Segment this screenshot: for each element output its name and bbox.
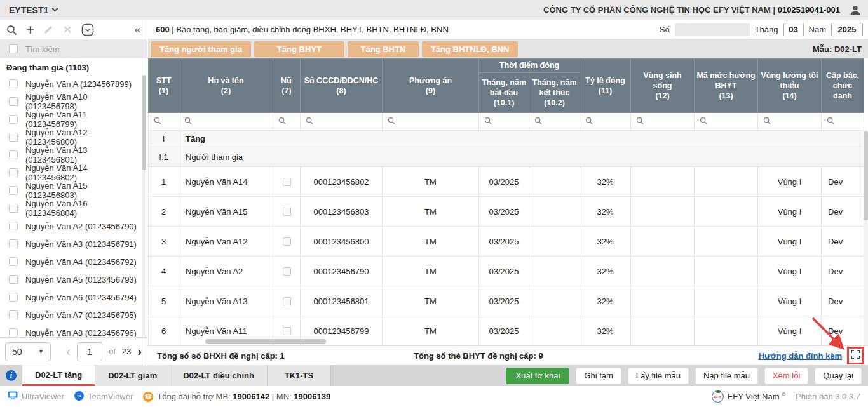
table-row[interactable]: 3 Nguyễn Văn A12 000123456800 TM 03/2025… — [149, 227, 864, 257]
list-item[interactable]: Nguyễn Văn A14 (0123456802) — [0, 164, 147, 182]
save-draft-button[interactable]: Ghi tạm — [576, 368, 621, 384]
add-participant-button[interactable]: Tăng người tham gia — [151, 41, 251, 57]
list-item[interactable]: Nguyễn Văn A2 (0123456790) — [0, 217, 147, 235]
filter-cell[interactable] — [383, 113, 479, 131]
female-checkbox[interactable] — [283, 237, 291, 246]
item-checkbox[interactable] — [9, 293, 18, 302]
item-checkbox[interactable] — [9, 79, 18, 88]
get-template-button[interactable]: Lấy file mẫu — [628, 368, 689, 384]
table-row[interactable]: 2 Nguyễn Văn A15 000123456803 TM 03/2025… — [149, 197, 864, 227]
edit-icon[interactable] — [43, 25, 53, 35]
item-checkbox[interactable] — [9, 310, 18, 319]
page-number-input[interactable] — [77, 342, 102, 361]
list-item[interactable]: Nguyễn Văn A6 (0123456794) — [0, 288, 147, 306]
list-item[interactable]: Nguyễn Văn A15 (0123456803) — [0, 182, 147, 199]
item-checkbox[interactable] — [9, 275, 18, 284]
item-checkbox[interactable] — [9, 150, 18, 159]
col-header-min-wage-region[interactable]: Vùng lương tối thiểu(14) — [758, 59, 822, 113]
filter-cell[interactable] — [695, 113, 758, 131]
female-checkbox[interactable] — [283, 297, 291, 305]
item-checkbox[interactable] — [9, 168, 18, 177]
add-bhyt-button[interactable]: Tăng BHYT — [254, 41, 344, 57]
attachment-guide-link[interactable]: Hướng dẫn đính kèm — [759, 351, 842, 361]
filter-cell[interactable] — [179, 113, 273, 131]
filter-cell[interactable] — [273, 113, 301, 131]
page-size-select[interactable]: 50 ▼ — [5, 342, 51, 361]
month-input[interactable] — [783, 23, 804, 36]
item-checkbox[interactable] — [9, 133, 18, 142]
add-bhtnld-bnn-button[interactable]: Tăng BHTNLĐ, BNN — [422, 41, 519, 57]
year-input[interactable] — [831, 23, 863, 36]
section-row[interactable]: I.1 Người tham gia — [149, 147, 864, 167]
add-icon[interactable]: + — [26, 23, 34, 36]
col-header-rate[interactable]: Tỷ lệ đóng(11) — [580, 59, 631, 113]
tab-d02lt-giam[interactable]: D02-LT giảm — [95, 365, 170, 386]
teamviewer-item[interactable]: TeamViewer — [74, 391, 133, 403]
col-header-rank[interactable]: Cấp bậc, chức danh — [822, 59, 864, 113]
add-bhtn-button[interactable]: Tăng BHTN — [348, 41, 419, 57]
list-item[interactable]: Nguyễn Văn A4 (0123456792) — [0, 253, 147, 270]
list-item[interactable]: Nguyễn Văn A13 (0123456801) — [0, 146, 147, 164]
export-declaration-button[interactable]: Xuất tờ khai — [506, 368, 569, 384]
col-header-name[interactable]: Họ và tên(2) — [179, 59, 273, 113]
col-header-stt[interactable]: STT(1) — [149, 59, 179, 113]
ultraviewer-item[interactable]: UltraViewer — [8, 391, 64, 402]
tab-d02lt-dieu-chinh[interactable]: D02-LT điều chỉnh — [170, 365, 268, 386]
table-row[interactable]: 5 Nguyễn Văn A13 000123456801 TM 03/2025… — [149, 286, 864, 316]
list-item[interactable]: Nguyễn Văn A12 (0123456800) — [0, 128, 147, 146]
list-item[interactable]: Nguyễn Văn A10 (0123456798) — [0, 93, 147, 110]
col-header-female[interactable]: Nữ(7) — [273, 59, 301, 113]
select-all-dropdown-icon[interactable] — [81, 23, 94, 36]
table-row[interactable]: 1 Nguyễn Văn A14 000123456802 TM 03/2025… — [149, 167, 864, 197]
item-checkbox[interactable] — [9, 115, 18, 124]
prev-page-button[interactable]: ‹ — [66, 344, 71, 359]
select-all-checkbox[interactable] — [9, 44, 18, 53]
col-header-start-month[interactable]: Tháng, năm bắt đầu(10.1) — [479, 73, 529, 113]
item-checkbox[interactable] — [9, 222, 18, 230]
back-button[interactable]: Quay lại — [815, 368, 862, 384]
table-vertical-scrollbar[interactable] — [864, 130, 868, 345]
list-item[interactable]: Nguyễn Văn A3 (0123456791) — [0, 235, 147, 253]
item-checkbox[interactable] — [9, 328, 18, 337]
filter-cell[interactable] — [149, 113, 179, 131]
filter-cell[interactable] — [822, 113, 864, 131]
filter-cell[interactable] — [301, 113, 383, 131]
next-page-button[interactable]: › — [137, 344, 142, 359]
list-item[interactable]: Nguyễn Văn A8 (0123456796) — [0, 324, 147, 337]
search-input[interactable]: Tìm kiếm — [25, 44, 59, 54]
list-item[interactable]: Nguyễn Văn A (1234567899) — [0, 75, 147, 93]
female-checkbox[interactable] — [283, 267, 291, 276]
filter-cell[interactable] — [529, 113, 580, 131]
sidebar-scrollbar[interactable] — [142, 75, 146, 337]
female-checkbox[interactable] — [283, 208, 291, 216]
col-header-end-month[interactable]: Tháng, năm kết thúc(10.2) — [529, 73, 580, 113]
item-checkbox[interactable] — [9, 239, 18, 248]
list-item[interactable]: Nguyễn Văn A7 (0123456795) — [0, 306, 147, 324]
col-header-living-region[interactable]: Vùng sinh sống(12) — [631, 59, 695, 113]
filter-cell[interactable] — [580, 113, 631, 131]
table-horizontal-scrollbar[interactable] — [205, 339, 326, 344]
table-row[interactable]: 4 Nguyễn Văn A2 000123456790 TM 03/2025 … — [149, 257, 864, 286]
tab-d02lt-tang[interactable]: D02-LT tăng — [22, 365, 95, 386]
col-header-plan[interactable]: Phương án(9) — [383, 59, 479, 113]
user-icon[interactable] — [849, 4, 862, 17]
item-checkbox[interactable] — [9, 204, 18, 213]
list-item[interactable]: Nguyễn Văn A16 (0123456804) — [0, 199, 147, 217]
section-row[interactable]: I Tăng — [149, 131, 864, 147]
female-checkbox[interactable] — [283, 327, 291, 335]
sidebar-search-row[interactable]: Tìm kiếm — [0, 39, 147, 58]
col-header-cccd[interactable]: Số CCCD/ĐDCN/HC(8) — [301, 59, 383, 113]
item-checkbox[interactable] — [9, 257, 18, 266]
search-icon[interactable] — [6, 25, 17, 36]
female-checkbox[interactable] — [283, 178, 291, 186]
filter-cell[interactable] — [758, 113, 822, 131]
so-input[interactable] — [675, 23, 750, 36]
fullscreen-icon[interactable] — [851, 350, 860, 361]
tab-tk1-ts[interactable]: TK1-TS — [268, 365, 331, 386]
col-header-bhyt-benefit[interactable]: Mã mức hưởng BHYT(13) — [695, 59, 758, 113]
item-checkbox[interactable] — [9, 186, 18, 195]
account-dropdown[interactable]: EYTEST1 — [9, 5, 57, 15]
list-item[interactable]: Nguyễn Văn A5 (0123456793) — [0, 270, 147, 288]
list-item[interactable]: Nguyễn Văn A11 (0123456799) — [0, 110, 147, 128]
item-checkbox[interactable] — [9, 97, 18, 106]
